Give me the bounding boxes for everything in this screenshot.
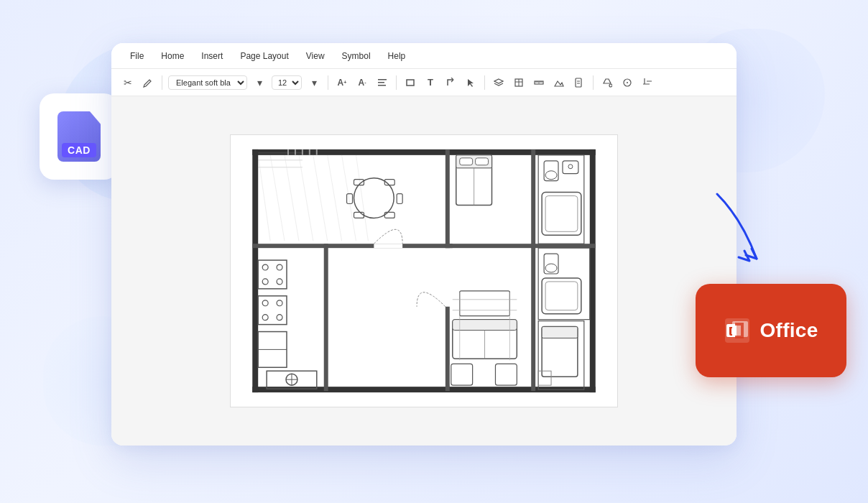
svg-point-58 <box>277 315 282 320</box>
svg-rect-74 <box>563 161 578 174</box>
floor-plan-svg <box>230 134 618 407</box>
menu-bar: File Home Insert Page Layout View Symbol… <box>111 43 737 69</box>
svg-rect-19 <box>252 149 595 155</box>
toolbar-sep-4 <box>484 75 485 90</box>
layers-icon[interactable] <box>491 75 507 91</box>
crop-icon[interactable] <box>640 75 655 91</box>
svg-point-80 <box>545 264 557 272</box>
svg-rect-46 <box>384 212 394 218</box>
svg-rect-54 <box>258 296 287 325</box>
office-icon-container: Office <box>696 284 846 377</box>
cad-file-shape: CAD <box>57 111 101 162</box>
svg-rect-86 <box>451 364 473 385</box>
ruler-icon[interactable] <box>531 75 547 91</box>
svg-rect-21 <box>252 149 258 392</box>
font-decrease-icon[interactable]: A- <box>354 75 370 91</box>
svg-point-18 <box>627 82 628 83</box>
svg-rect-77 <box>545 196 578 232</box>
mountain-icon[interactable] <box>551 75 567 91</box>
align-icon[interactable] <box>374 75 390 91</box>
menu-view[interactable]: View <box>299 48 332 64</box>
scissors-icon[interactable]: ✂ <box>120 75 136 91</box>
circle-tool-icon[interactable] <box>619 75 635 91</box>
svg-rect-96 <box>538 371 551 385</box>
svg-rect-45 <box>354 212 364 218</box>
toolbar-sep-1 <box>162 75 162 90</box>
svg-rect-0 <box>378 79 387 80</box>
cursor-icon[interactable] <box>463 75 479 91</box>
svg-line-36 <box>285 155 299 241</box>
svg-point-52 <box>262 279 268 285</box>
svg-rect-82 <box>545 282 578 310</box>
canvas-area[interactable] <box>111 96 737 446</box>
svg-rect-3 <box>407 80 414 86</box>
office-label: Office <box>760 319 818 342</box>
svg-rect-68 <box>476 158 489 165</box>
svg-rect-67 <box>460 158 473 165</box>
table-icon[interactable] <box>511 75 527 91</box>
font-dropdown-icon[interactable]: ▾ <box>251 75 267 91</box>
svg-rect-87 <box>495 364 517 385</box>
font-dropdown-icon-2[interactable]: ▾ <box>306 75 322 91</box>
svg-rect-88 <box>460 291 510 316</box>
svg-line-34 <box>258 155 270 241</box>
menu-insert[interactable]: Insert <box>194 48 230 64</box>
svg-rect-13 <box>576 78 581 87</box>
corner-icon[interactable] <box>443 75 458 91</box>
svg-line-35 <box>270 155 285 241</box>
document-icon[interactable] <box>571 75 587 91</box>
svg-point-56 <box>277 300 282 306</box>
svg-rect-30 <box>324 244 328 391</box>
svg-rect-25 <box>445 244 596 248</box>
svg-rect-48 <box>397 194 402 204</box>
svg-line-39 <box>328 155 342 241</box>
svg-rect-81 <box>542 278 581 314</box>
menu-file[interactable]: File <box>123 48 151 64</box>
app-window: File Home Insert Page Layout View Symbol… <box>111 43 737 446</box>
svg-point-75 <box>568 165 573 169</box>
menu-home[interactable]: Home <box>154 48 191 64</box>
pen-icon[interactable] <box>140 75 156 91</box>
cad-file-icon-container: CAD <box>40 93 119 180</box>
cad-label: CAD <box>62 143 96 157</box>
menu-symbol[interactable]: Symbol <box>335 48 378 64</box>
svg-point-53 <box>277 279 282 285</box>
svg-rect-22 <box>590 149 596 392</box>
svg-rect-95 <box>542 327 578 338</box>
rectangle-icon[interactable] <box>402 75 418 91</box>
svg-point-50 <box>262 264 268 270</box>
menu-page-layout[interactable]: Page Layout <box>233 48 295 64</box>
svg-rect-28 <box>531 244 535 391</box>
svg-point-51 <box>277 264 282 270</box>
svg-rect-84 <box>453 320 517 331</box>
svg-rect-23 <box>252 244 453 248</box>
toolbar-sep-5 <box>593 75 594 90</box>
toolbar: ✂ Elegant soft black ▾ 12 ▾ A+ A- <box>111 69 737 96</box>
font-increase-icon[interactable]: A+ <box>334 75 350 91</box>
svg-rect-76 <box>542 193 581 236</box>
toolbar-sep-3 <box>396 75 397 90</box>
paint-bucket-icon[interactable] <box>599 75 615 91</box>
svg-point-73 <box>545 171 557 180</box>
toolbar-sep-2 <box>328 75 328 90</box>
svg-rect-27 <box>531 149 535 248</box>
svg-line-37 <box>299 155 313 241</box>
svg-rect-49 <box>258 260 287 289</box>
text-icon[interactable]: T <box>423 75 438 91</box>
svg-rect-29 <box>445 307 450 391</box>
ms-office-logo <box>724 317 751 344</box>
svg-rect-24 <box>374 244 402 248</box>
font-name-select[interactable]: Elegant soft black <box>168 75 247 90</box>
font-size-select[interactable]: 12 <box>272 75 302 90</box>
svg-rect-2 <box>378 85 386 86</box>
svg-point-16 <box>609 84 612 87</box>
menu-help[interactable]: Help <box>381 48 413 64</box>
svg-point-57 <box>262 315 268 320</box>
svg-line-38 <box>313 155 328 241</box>
svg-point-55 <box>262 300 268 306</box>
svg-line-41 <box>356 155 369 241</box>
svg-rect-1 <box>378 82 384 83</box>
svg-rect-26 <box>445 149 450 248</box>
